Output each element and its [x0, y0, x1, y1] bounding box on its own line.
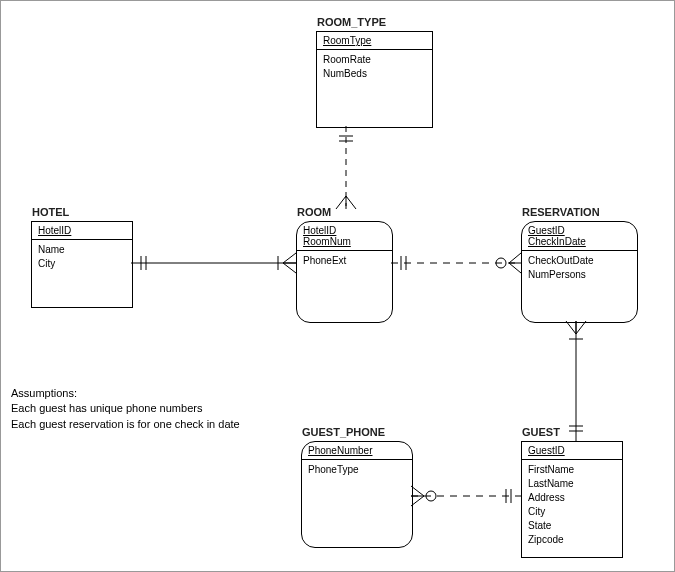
svg-line-3	[336, 196, 346, 209]
rel-guestphone-guest	[411, 486, 521, 506]
assumptions-text: Assumptions: Each guest has unique phone…	[11, 386, 240, 432]
rel-room-reservation	[391, 253, 521, 273]
entity-pk: HotelID RoomNum	[297, 222, 392, 251]
svg-point-28	[426, 491, 436, 501]
rel-reservation-guest	[566, 321, 586, 441]
entity-attrs: PhoneType	[302, 460, 412, 480]
entity-title: RESERVATION	[522, 206, 600, 218]
rel-roomtype-room	[336, 126, 356, 209]
entity-hotel: HOTEL HotelID Name City	[31, 221, 133, 308]
entity-pk: PhoneNumber	[302, 442, 412, 460]
entity-pk: GuestID	[522, 442, 622, 460]
entity-title: GUEST_PHONE	[302, 426, 385, 438]
entity-room: ROOM HotelID RoomNum PhoneExt	[296, 221, 393, 323]
entity-attrs: Name City	[32, 240, 132, 274]
rel-hotel-room	[131, 253, 296, 273]
entity-pk: RoomType	[317, 32, 432, 50]
entity-pk: GuestID CheckInDate	[522, 222, 637, 251]
svg-line-4	[346, 196, 356, 209]
entity-title: HOTEL	[32, 206, 69, 218]
entity-guest: GUEST GuestID FirstName LastName Address…	[521, 441, 623, 558]
svg-line-10	[283, 263, 296, 273]
entity-room-type: ROOM_TYPE RoomType RoomRate NumBeds	[316, 31, 433, 128]
entity-attrs: CheckOutDate NumPersons	[522, 251, 637, 285]
entity-reservation: RESERVATION GuestID CheckInDate CheckOut…	[521, 221, 638, 323]
svg-line-18	[509, 263, 521, 273]
entity-title: GUEST	[522, 426, 560, 438]
entity-guest-phone: GUEST_PHONE PhoneNumber PhoneType	[301, 441, 413, 548]
entity-title: ROOM_TYPE	[317, 16, 386, 28]
svg-line-9	[283, 253, 296, 263]
entity-attrs: PhoneExt	[297, 251, 392, 271]
entity-title: ROOM	[297, 206, 331, 218]
entity-attrs: RoomRate NumBeds	[317, 50, 432, 84]
entity-pk: HotelID	[32, 222, 132, 240]
entity-attrs: FirstName LastName Address City State Zi…	[522, 460, 622, 550]
er-diagram: ROOM_TYPE RoomType RoomRate NumBeds HOTE…	[1, 1, 674, 571]
svg-point-16	[496, 258, 506, 268]
svg-line-17	[509, 253, 521, 263]
